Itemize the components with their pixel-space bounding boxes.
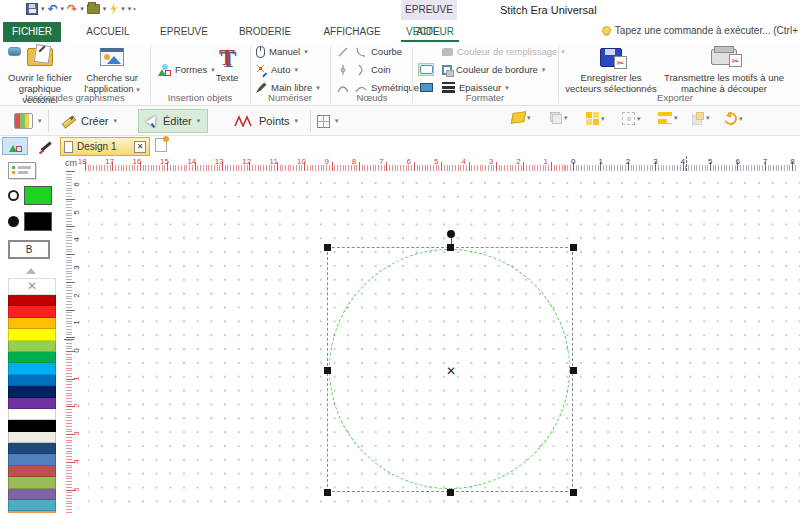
- tab-broderie[interactable]: BRODERIE: [233, 22, 297, 42]
- palette-swatch-black[interactable]: [8, 420, 56, 431]
- context-tab-badge[interactable]: EPREUVE: [401, 0, 457, 20]
- save-selected-vectors-button[interactable]: ✂ Enregistrer les vecteurs sélectionnés: [565, 44, 657, 94]
- group-label-formater: Formater: [414, 92, 556, 104]
- save-icon[interactable]: [26, 3, 38, 15]
- lightning-icon[interactable]: [109, 3, 118, 15]
- hruler-number: 12: [242, 157, 251, 166]
- selection-bounding-box[interactable]: ✕: [327, 247, 573, 492]
- selection-handle[interactable]: [324, 489, 331, 496]
- order-button[interactable]: ▾: [692, 112, 710, 124]
- undo-icon[interactable]: ↶: [48, 3, 58, 15]
- save-dropdown-icon[interactable]: ▾: [41, 5, 45, 13]
- open-folder-icon[interactable]: [87, 4, 100, 14]
- selection-handle[interactable]: [570, 367, 577, 374]
- palette-swatch-blue[interactable]: [8, 375, 56, 386]
- palette-swatch-dark-red[interactable]: [8, 295, 56, 306]
- border-color-swatch[interactable]: [24, 186, 52, 205]
- selection-handle[interactable]: [570, 489, 577, 496]
- send-to-cutting-machine-button[interactable]: ✂ Transmettre les motifs à une machine à…: [660, 44, 788, 94]
- palette-no-color[interactable]: ✕: [8, 278, 56, 295]
- selection-handle[interactable]: [324, 367, 331, 374]
- vruler-number: 5: [72, 210, 81, 214]
- palette-swatch-light-green[interactable]: [8, 341, 56, 352]
- digitizer-tool[interactable]: [32, 137, 58, 155]
- command-search[interactable]: Tapez une commande à exécuter... (Ctrl+: [602, 25, 798, 36]
- design-canvas[interactable]: ✕: [88, 171, 800, 513]
- selection-frame-button[interactable]: ▾: [622, 112, 641, 125]
- palette-swatch-red[interactable]: [8, 306, 56, 317]
- create-button[interactable]: Créer▾: [54, 109, 125, 133]
- vruler-number: 2: [72, 404, 81, 408]
- align-button[interactable]: ▾: [658, 112, 678, 124]
- border-color-indicator[interactable]: [8, 186, 52, 205]
- palette-swatch-light-blue[interactable]: [8, 363, 56, 374]
- palette-swatch-olive-green[interactable]: [8, 477, 56, 488]
- rotation-handle[interactable]: [447, 230, 455, 238]
- duplicate-button[interactable]: ▾: [550, 112, 568, 124]
- palette-swatch-steel-blue[interactable]: [8, 454, 56, 465]
- fill-color-indicator[interactable]: [8, 212, 52, 231]
- digitize-auto-button[interactable]: Auto▾: [256, 62, 298, 77]
- tab-affichage[interactable]: AFFICHAGE: [318, 22, 386, 42]
- points-zigzag-icon: [234, 115, 254, 127]
- palette-swatch-yellow[interactable]: [8, 329, 56, 340]
- text-button[interactable]: T Texte: [208, 44, 246, 83]
- object-list-icon[interactable]: [8, 162, 36, 179]
- qat-customize-icon[interactable]: ▾ •: [128, 5, 136, 13]
- object-style-button[interactable]: ▾: [6, 109, 50, 133]
- palette-swatch-navy[interactable]: [8, 443, 56, 454]
- selection-handle[interactable]: [324, 244, 331, 251]
- palette-swatch-violet[interactable]: [8, 489, 56, 500]
- selection-handle[interactable]: [447, 244, 454, 251]
- palette-scroll-up-icon[interactable]: [26, 268, 36, 274]
- palette-swatch-dark-blue[interactable]: [8, 386, 56, 397]
- redo-icon[interactable]: ↷: [67, 3, 77, 15]
- window-title: Stitch Era Universal: [500, 4, 597, 16]
- style-border-only-button[interactable]: [418, 63, 434, 76]
- distribute-button[interactable]: ▾: [586, 112, 605, 125]
- tab-vecteur[interactable]: VECTEUR: [401, 22, 459, 42]
- search-application-button[interactable]: FormesCherche sur l'application ▾: [78, 44, 146, 95]
- selection-handle[interactable]: [447, 489, 454, 496]
- node-corner-button[interactable]: Coin: [337, 62, 391, 77]
- palette-swatch-purple[interactable]: [8, 398, 56, 409]
- rotate-skew-button[interactable]: ▾: [512, 112, 531, 123]
- bold-button[interactable]: B: [8, 240, 50, 259]
- shapes-button[interactable]: Formes▾: [158, 62, 215, 77]
- vector-objects-tool[interactable]: [2, 137, 28, 155]
- border-color-button[interactable]: Couleur de bordure▾: [442, 62, 545, 77]
- reference-point-button[interactable]: ▾: [314, 109, 342, 133]
- tab-epreuve[interactable]: EPREUVE: [155, 22, 213, 42]
- vruler-number: 6: [72, 182, 81, 186]
- palette-swatch-green[interactable]: [8, 352, 56, 363]
- palette-swatch-brick[interactable]: [8, 466, 56, 477]
- style-fill-only-button[interactable]: [6, 45, 22, 58]
- palette-swatch-tan[interactable]: [8, 432, 56, 443]
- hruler-number: 13: [215, 157, 224, 166]
- document-tab-design1[interactable]: Design 1 ✕: [60, 137, 150, 156]
- palette-swatch-white[interactable]: [8, 409, 56, 420]
- selection-handle[interactable]: [570, 244, 577, 251]
- vertical-ruler: 543210123456: [62, 171, 88, 513]
- folder-dropdown-icon[interactable]: ▾: [103, 5, 107, 13]
- rotate-button[interactable]: ▾: [724, 112, 743, 125]
- fill-color-swatch[interactable]: [24, 212, 52, 231]
- hruler-number: 3: [653, 157, 657, 166]
- tab-fichier[interactable]: FICHIER: [3, 22, 61, 42]
- palette-swatch-orange[interactable]: [8, 318, 56, 329]
- palette-swatch-teal[interactable]: [8, 500, 56, 511]
- edit-button[interactable]: Éditer▾: [138, 109, 208, 133]
- rotate-arrows-icon: [722, 110, 739, 127]
- lightning-dropdown-icon[interactable]: ▾: [121, 5, 125, 13]
- node-curve-button[interactable]: Courbe: [337, 44, 402, 59]
- group-label-insertion-objets: Insertion objets: [152, 92, 248, 104]
- digitize-manual-button[interactable]: Manuel▾: [256, 44, 308, 59]
- close-tab-icon[interactable]: ✕: [134, 141, 146, 153]
- hruler-number: 16: [133, 157, 142, 166]
- tab-accueil[interactable]: ACCUEIL: [80, 22, 136, 42]
- vruler-number: 0: [72, 348, 81, 352]
- undo-dropdown-icon[interactable]: ▾: [61, 5, 65, 13]
- points-button[interactable]: Points▾: [226, 109, 306, 133]
- new-document-icon[interactable]: [155, 138, 167, 152]
- redo-dropdown-icon[interactable]: ▾: [80, 5, 84, 13]
